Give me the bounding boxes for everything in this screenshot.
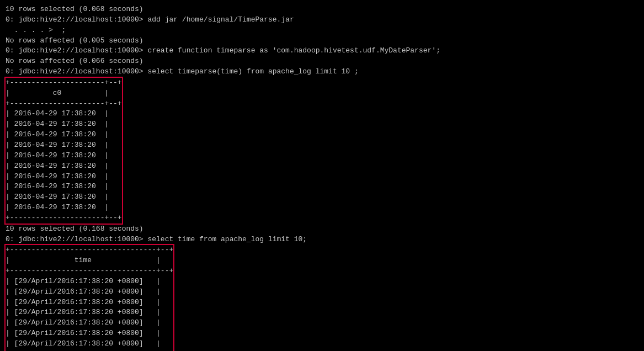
table1-row: | 2016-04-29 17:38:20 | bbox=[6, 172, 122, 182]
terminal-line: 0: jdbc:hive2://localhost:10000> select … bbox=[6, 235, 638, 245]
table2-header: | time | bbox=[6, 256, 173, 266]
terminal-line: . . . . > ; bbox=[6, 25, 638, 36]
table1-row: | 2016-04-29 17:38:20 | bbox=[6, 192, 122, 203]
table1-row: | 2016-04-29 17:38:20 | bbox=[6, 182, 122, 192]
table1-row: | 2016-04-29 17:38:20 | bbox=[6, 161, 122, 172]
table1-row: | 2016-04-29 17:38:20 | bbox=[6, 109, 122, 119]
terminal-line: 0: jdbc:hive2://localhost:10000> create … bbox=[6, 46, 638, 56]
table1-row: | 2016-04-29 17:38:20 | bbox=[6, 151, 122, 161]
table2-row: | [29/April/2016:17:38:20 +0800] | bbox=[6, 328, 173, 339]
table2-container: +----------------------------------+--+ … bbox=[6, 245, 173, 351]
table2-row: | [29/April/2016:17:38:20 +0800] | bbox=[6, 307, 173, 318]
table1-row: | 2016-04-29 17:38:20 | bbox=[6, 130, 122, 140]
terminal-line: No rows affected (0.005 seconds) bbox=[6, 36, 638, 46]
terminal-line: 10 rows selected (0.068 seconds) bbox=[6, 4, 638, 15]
table1-row: | 2016-04-29 17:38:20 | bbox=[6, 119, 122, 130]
table2-row: | [29/April/2016:17:38:20 +0800] | bbox=[6, 318, 173, 328]
table2-row: | [29/April/2016:17:38:20 +0800] | bbox=[6, 276, 173, 287]
table2-row: | [29/April/2016:17:38:20 +0800] | bbox=[6, 287, 173, 297]
terminal-line: 0: jdbc:hive2://localhost:10000> select … bbox=[6, 67, 638, 77]
table1-row: | 2016-04-29 17:38:20 | bbox=[6, 140, 122, 151]
terminal-line: 0: jdbc:hive2://localhost:10000> add jar… bbox=[6, 15, 638, 25]
terminal-window: 10 rows selected (0.068 seconds) 0: jdbc… bbox=[0, 0, 644, 351]
terminal-line: No rows affected (0.066 seconds) bbox=[6, 56, 638, 67]
table1-sep2: +----------------------+--+ bbox=[6, 99, 122, 109]
table2-sep1: +----------------------------------+--+ bbox=[6, 245, 173, 256]
table1-row: | 2016-04-29 17:38:20 | bbox=[6, 203, 122, 213]
table2-row: | [29/April/2016:17:38:20 +0800] | bbox=[6, 297, 173, 308]
table2-row: | [29/April/2016:17:38:20 +0800] | bbox=[6, 339, 173, 349]
terminal-line: 10 rows selected (0.168 seconds) bbox=[6, 224, 638, 235]
table1-header: | c0 | bbox=[6, 88, 122, 99]
table1-container: +----------------------+--+ | c0 | +----… bbox=[6, 78, 122, 224]
table1-sep1: +----------------------+--+ bbox=[6, 78, 122, 88]
table1-sep3: +----------------------+--+ bbox=[6, 213, 122, 224]
table2-sep2: +----------------------------------+--+ bbox=[6, 266, 173, 276]
